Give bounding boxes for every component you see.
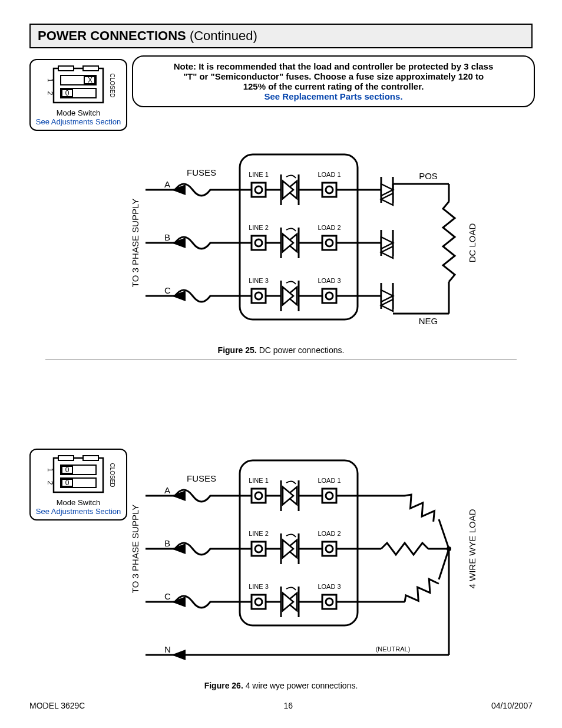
mode-switch-label: Mode Switch (34, 498, 123, 507)
svg-text:LINE 2: LINE 2 (249, 530, 269, 537)
svg-point-91 (255, 492, 262, 499)
section-header: POWER CONNECTIONS (Continued) (29, 24, 533, 48)
adjustments-link[interactable]: See Adjustments Section (34, 507, 123, 516)
svg-text:LOAD 1: LOAD 1 (318, 477, 340, 484)
svg-text:B: B (164, 538, 170, 548)
svg-text:LINE 3: LINE 3 (249, 277, 269, 284)
svg-text:LOAD 3: LOAD 3 (318, 277, 340, 284)
header-bold: POWER CONNECTIONS (38, 28, 186, 43)
svg-text:2: 2 (46, 91, 54, 95)
svg-rect-1 (58, 66, 74, 71)
svg-text:4 WIRE WYE LOAD: 4 WIRE WYE LOAD (467, 509, 477, 588)
dip-switch-1: X 0 1 2 CLOSED (37, 65, 120, 106)
svg-point-103 (255, 545, 262, 552)
svg-point-19 (255, 186, 262, 193)
svg-point-26 (326, 186, 333, 193)
svg-line-128 (439, 519, 449, 549)
svg-point-41 (326, 239, 333, 246)
svg-text:B: B (164, 232, 170, 242)
header-cont: (Continued) (186, 28, 257, 43)
svg-text:0: 0 (65, 466, 70, 474)
svg-text:LOAD 3: LOAD 3 (318, 583, 340, 590)
svg-text:LINE 3: LINE 3 (249, 583, 269, 590)
svg-text:LOAD 2: LOAD 2 (318, 224, 340, 231)
svg-text:LINE 1: LINE 1 (249, 171, 269, 178)
svg-rect-73 (58, 456, 74, 460)
footer-page: 16 (283, 701, 293, 710)
figure-25-caption: Figure 25. DC power connections. (29, 345, 533, 355)
svg-text:CLOSED: CLOSED (109, 73, 115, 97)
svg-text:LINE 1: LINE 1 (249, 477, 269, 484)
svg-text:FUSES: FUSES (187, 167, 216, 177)
svg-text:FUSES: FUSES (187, 473, 216, 483)
dc-circuit-diagram: TO 3 PHASE SUPPLY DC LOAD FUSES A LINE 1 (75, 143, 487, 337)
svg-text:2: 2 (46, 481, 54, 485)
dip-switch-2: 0 0 1 2 CLOSED (37, 454, 120, 496)
svg-text:TO 3 PHASE SUPPLY: TO 3 PHASE SUPPLY (130, 199, 140, 287)
footer-model: MODEL 3629C (29, 701, 85, 710)
svg-text:LOAD 2: LOAD 2 (318, 530, 340, 537)
note-box: Note: It is recommended that the load an… (132, 55, 535, 107)
svg-point-34 (255, 239, 262, 246)
svg-text:LOAD 1: LOAD 1 (318, 171, 340, 178)
svg-text:(NEUTRAL): (NEUTRAL) (376, 645, 411, 653)
svg-text:0: 0 (65, 89, 70, 97)
svg-text:C: C (164, 285, 171, 295)
svg-text:C: C (164, 591, 171, 601)
svg-text:1: 1 (46, 468, 54, 472)
svg-text:LINE 2: LINE 2 (249, 224, 269, 231)
svg-text:0: 0 (65, 479, 70, 487)
svg-text:N: N (164, 644, 171, 654)
footer-date: 04/10/2007 (491, 701, 533, 710)
svg-rect-74 (83, 456, 98, 460)
svg-rect-2 (83, 66, 98, 71)
svg-point-98 (326, 492, 333, 499)
svg-text:NEG: NEG (419, 316, 438, 326)
svg-point-110 (326, 545, 333, 552)
wye-circuit-diagram: TO 3 PHASE SUPPLY 4 WIRE WYE LOAD FUSES … (75, 449, 487, 673)
svg-text:TO 3 PHASE SUPPLY: TO 3 PHASE SUPPLY (130, 505, 140, 593)
replacement-parts-link[interactable]: See Replacement Parts sections. (264, 91, 402, 101)
svg-text:DC LOAD: DC LOAD (467, 223, 477, 262)
svg-text:1: 1 (46, 78, 54, 83)
svg-point-115 (255, 598, 262, 605)
adjustments-link[interactable]: See Adjustments Section (34, 117, 123, 126)
mode-switch-label: Mode Switch (34, 108, 123, 117)
svg-text:CLOSED: CLOSED (109, 463, 115, 487)
svg-line-129 (439, 549, 449, 579)
figure-26-block: 0 0 1 2 CLOSED Mode Switch See Adjustmen… (29, 449, 533, 690)
figure-26-caption: Figure 26. 4 wire wye power connections. (29, 681, 533, 690)
svg-text:POS: POS (419, 171, 438, 181)
figure-25-block: X 0 1 2 CLOSED Mode Switch See Adjustmen… (29, 59, 533, 360)
svg-point-56 (326, 292, 333, 299)
svg-text:A: A (164, 485, 170, 495)
svg-text:X: X (88, 76, 92, 84)
svg-point-49 (255, 292, 262, 299)
page-footer: MODEL 3629C 16 04/10/2007 (29, 701, 533, 710)
svg-text:A: A (164, 179, 170, 189)
divider (45, 360, 517, 360)
mode-switch-box-2: 0 0 1 2 CLOSED Mode Switch See Adjustmen… (29, 449, 127, 521)
mode-switch-box-1: X 0 1 2 CLOSED Mode Switch See Adjustmen… (29, 59, 127, 131)
svg-point-122 (326, 598, 333, 605)
